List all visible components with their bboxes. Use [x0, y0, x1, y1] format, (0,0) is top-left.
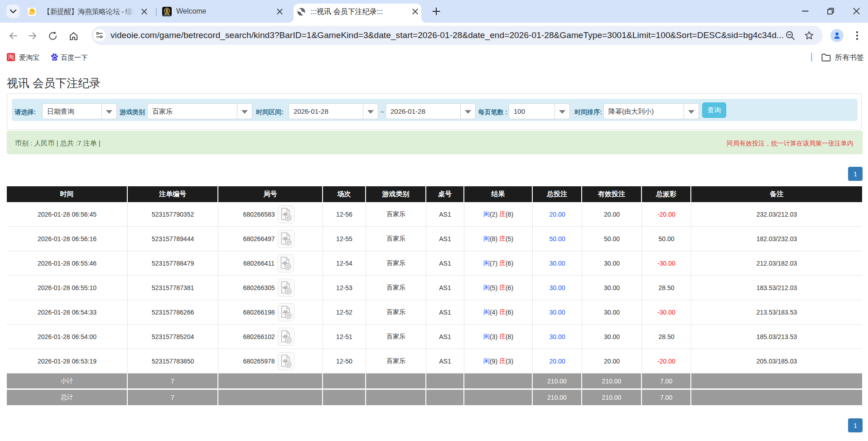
svg-text:du: du [53, 57, 56, 60]
svg-text:WELCOME: WELCOME [164, 14, 170, 16]
